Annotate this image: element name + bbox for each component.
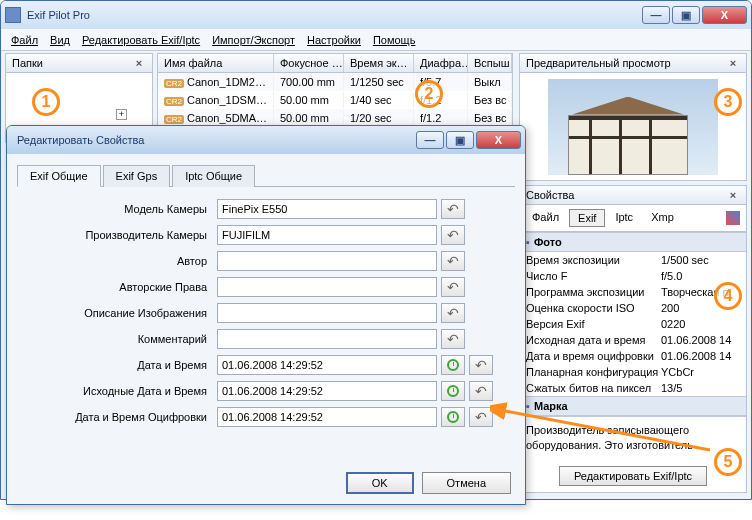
file-col-header[interactable]: Время эк… xyxy=(344,54,414,72)
file-cell: 50.00 mm xyxy=(274,92,344,108)
maximize-button[interactable]: ▣ xyxy=(672,6,700,24)
file-col-header[interactable]: Фокусное … xyxy=(274,54,344,72)
cancel-button[interactable]: Отмена xyxy=(422,472,511,494)
edit-exif-button[interactable]: Редактировать Exif/Iptc xyxy=(559,466,707,486)
properties-header: Свойства × xyxy=(519,185,747,205)
props-tab-file[interactable]: Файл xyxy=(524,209,567,227)
color-settings-icon[interactable] xyxy=(726,211,740,225)
form-input[interactable] xyxy=(217,329,437,349)
property-row[interactable]: Программа экспозицииТворческая п xyxy=(520,284,746,300)
property-value: 01.06.2008 14 xyxy=(661,334,740,346)
props-tab-xmp[interactable]: Xmp xyxy=(643,209,682,227)
revert-button[interactable]: ↶ xyxy=(441,329,465,349)
form-input[interactable] xyxy=(217,277,437,297)
undo-icon: ↶ xyxy=(447,279,459,295)
form-label: Дата и Время xyxy=(17,359,217,371)
menubar: Файл Вид Редактировать Exif/Iptc Импорт/… xyxy=(1,29,751,51)
props-description: Производитель записывающего оборудования… xyxy=(520,416,746,460)
form-label: Производитель Камеры xyxy=(17,229,217,241)
property-key: Сжатых битов на пиксел xyxy=(526,382,661,394)
file-list-body[interactable]: CR2Canon_1DM2…700.00 mm1/1250 secf/5.7Вы… xyxy=(157,73,513,128)
file-cell: f/1.2 xyxy=(414,110,468,126)
datetime-picker-button[interactable] xyxy=(441,355,465,375)
datetime-picker-button[interactable] xyxy=(441,407,465,427)
file-col-header[interactable]: Имя файла xyxy=(158,54,274,72)
menu-help[interactable]: Помощь xyxy=(369,32,420,48)
props-tab-iptc[interactable]: Iptc xyxy=(607,209,641,227)
property-key: Планарная конфигурация xyxy=(526,366,661,378)
property-key: Дата и время оцифровки xyxy=(526,350,661,362)
properties-close-icon[interactable]: × xyxy=(726,189,740,201)
tab-exif-gps[interactable]: Exif Gps xyxy=(103,165,171,187)
property-key: Оценка скорости ISO xyxy=(526,302,661,314)
form-input[interactable] xyxy=(217,199,437,219)
form-input[interactable] xyxy=(217,407,437,427)
annotation-badge-4: 4 xyxy=(714,282,742,310)
folders-close-icon[interactable]: × xyxy=(132,57,146,69)
revert-button[interactable]: ↶ xyxy=(441,225,465,245)
file-row[interactable]: CR2Canon_1DSM…50.00 mm1/40 secf/1.2Без в… xyxy=(158,91,512,109)
revert-button[interactable]: ↶ xyxy=(469,381,493,401)
undo-icon: ↶ xyxy=(475,409,487,425)
property-row[interactable]: Сжатых битов на пиксел13/5 xyxy=(520,380,746,396)
property-row[interactable]: Время экспозиции1/500 sec xyxy=(520,252,746,268)
form-input[interactable] xyxy=(217,303,437,323)
tab-exif-general[interactable]: Exif Общие xyxy=(17,165,101,187)
form-input[interactable] xyxy=(217,251,437,271)
dialog-close-button[interactable]: X xyxy=(476,131,521,149)
dialog-titlebar[interactable]: Редактировать Свойства — ▣ X xyxy=(7,126,525,154)
minimize-button[interactable]: — xyxy=(642,6,670,24)
preview-close-icon[interactable]: × xyxy=(726,57,740,69)
tree-expand-icon[interactable]: + xyxy=(116,109,127,120)
form-label: Дата и Время Оцифровки xyxy=(17,411,217,423)
revert-button[interactable]: ↶ xyxy=(441,303,465,323)
revert-button[interactable]: ↶ xyxy=(469,407,493,427)
menu-file[interactable]: Файл xyxy=(7,32,42,48)
folders-header: Папки × xyxy=(5,53,153,73)
ok-button[interactable]: OK xyxy=(346,472,414,494)
property-key: Версия Exif xyxy=(526,318,661,330)
form-label: Описание Изображения xyxy=(17,307,217,319)
dialog-minimize-button[interactable]: — xyxy=(416,131,444,149)
filetype-badge: CR2 xyxy=(164,79,184,88)
undo-icon: ↶ xyxy=(475,383,487,399)
props-group-make[interactable]: Марка xyxy=(520,396,746,416)
tab-iptc-general[interactable]: Iptc Общие xyxy=(172,165,255,187)
property-row[interactable]: Число Ff/5.0 xyxy=(520,268,746,284)
file-cell: Без вс xyxy=(468,110,512,126)
preview-image-area xyxy=(519,73,747,181)
clock-icon xyxy=(447,385,459,397)
form-input[interactable] xyxy=(217,225,437,245)
datetime-picker-button[interactable] xyxy=(441,381,465,401)
folders-title: Папки xyxy=(12,57,43,69)
file-col-header[interactable]: Диафра… xyxy=(414,54,468,72)
props-tab-exif[interactable]: Exif xyxy=(569,209,605,227)
file-cell: 50.00 mm xyxy=(274,110,344,126)
property-row[interactable]: Оценка скорости ISO200 xyxy=(520,300,746,316)
property-row[interactable]: Дата и время оцифровки01.06.2008 14 xyxy=(520,348,746,364)
menu-view[interactable]: Вид xyxy=(46,32,74,48)
revert-button[interactable]: ↶ xyxy=(441,251,465,271)
main-titlebar[interactable]: Exif Pilot Pro — ▣ X xyxy=(1,1,751,29)
revert-button[interactable]: ↶ xyxy=(441,199,465,219)
menu-settings[interactable]: Настройки xyxy=(303,32,365,48)
form-row: Дата и Время↶ xyxy=(17,355,515,375)
props-group-photo[interactable]: Фото xyxy=(520,232,746,252)
file-row[interactable]: CR2Canon_1DM2…700.00 mm1/1250 secf/5.7Вы… xyxy=(158,73,512,91)
form-input[interactable] xyxy=(217,355,437,375)
revert-button[interactable]: ↶ xyxy=(441,277,465,297)
form-row: Автор↶ xyxy=(17,251,515,271)
property-row[interactable]: Исходная дата и время01.06.2008 14 xyxy=(520,332,746,348)
file-col-header[interactable]: Вспыш… xyxy=(468,54,512,72)
undo-icon: ↶ xyxy=(447,305,459,321)
menu-edit-exif[interactable]: Редактировать Exif/Iptc xyxy=(78,32,204,48)
file-list-panel: Имя файлаФокусное …Время эк…Диафра…Вспыш… xyxy=(157,53,513,128)
property-row[interactable]: Планарная конфигурацияYCbCr xyxy=(520,364,746,380)
dialog-maximize-button[interactable]: ▣ xyxy=(446,131,474,149)
property-key: Исходная дата и время xyxy=(526,334,661,346)
close-button[interactable]: X xyxy=(702,6,747,24)
form-input[interactable] xyxy=(217,381,437,401)
menu-import-export[interactable]: Импорт/Экспорт xyxy=(208,32,299,48)
property-row[interactable]: Версия Exif0220 xyxy=(520,316,746,332)
revert-button[interactable]: ↶ xyxy=(469,355,493,375)
